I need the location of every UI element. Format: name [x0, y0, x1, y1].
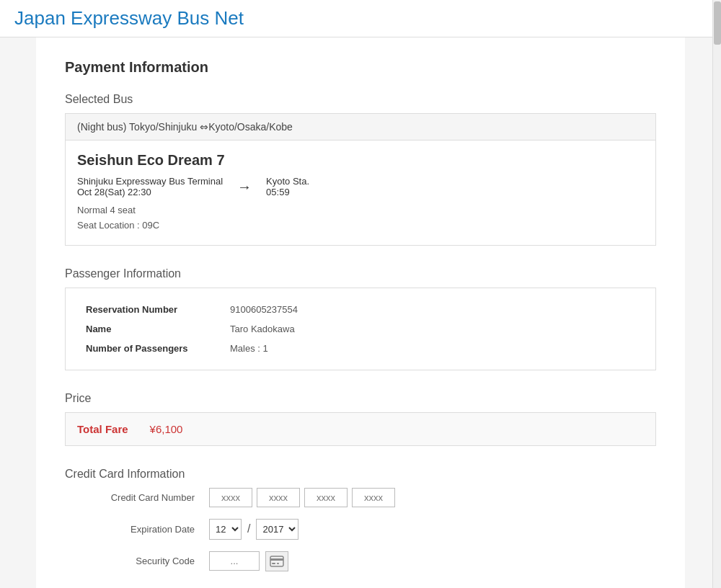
site-header: Japan Expressway Bus Net: [0, 0, 721, 37]
card-number-label: Credit Card Number: [65, 492, 209, 503]
site-title: Japan Expressway Bus Net: [14, 7, 707, 30]
card-number-input-3[interactable]: [304, 488, 348, 507]
route-destination: Kyoto Sta. 05:59: [266, 176, 309, 197]
passenger-info-box: Reservation Number 9100605237554 Name Ta…: [65, 288, 656, 370]
dest-name: Kyoto Sta.: [266, 176, 309, 187]
card-number-input-2[interactable]: [257, 488, 300, 507]
selected-bus-section: Selected Bus (Night bus) Tokyo/Shinjuku …: [65, 93, 656, 246]
expiry-label: Expiration Date: [65, 524, 209, 535]
reservation-number-value: 9100605237554: [221, 300, 644, 319]
route-origin: Shinjuku Expressway Bus Terminal Oct 28(…: [77, 176, 223, 197]
passengers-label: Number of Passengers: [77, 339, 221, 358]
expiry-month-select[interactable]: 010203040506070809101112: [209, 519, 242, 540]
card-number-input-1[interactable]: [209, 488, 252, 507]
name-label: Name: [77, 319, 221, 339]
security-code-input[interactable]: [209, 551, 260, 571]
reservation-number-label: Reservation Number: [77, 300, 221, 319]
card-number-input-4[interactable]: [352, 488, 395, 507]
bus-seat-info: Normal 4 seat Seat Location : 09C: [77, 203, 644, 233]
credit-card-section: Credit Card Information Credit Card Numb…: [65, 468, 656, 571]
page-title: Payment Information: [65, 59, 656, 76]
passenger-section: Passenger Information Reservation Number…: [65, 267, 656, 370]
svg-rect-2: [272, 563, 275, 564]
scrollbar[interactable]: [712, 0, 721, 588]
expiry-inputs: 010203040506070809101112 / 2017201820192…: [209, 519, 298, 540]
seat-location: Seat Location : 09C: [77, 218, 644, 233]
seat-type: Normal 4 seat: [77, 203, 644, 218]
selected-bus-box: (Night bus) Tokyo/Shinjuku ⇔Kyoto/Osaka/…: [65, 113, 656, 246]
scrollbar-thumb[interactable]: [714, 1, 721, 45]
price-box: Total Fare ¥6,100: [65, 412, 656, 446]
cc-section-title: Credit Card Information: [65, 468, 656, 481]
price-section-title: Price: [65, 392, 656, 405]
card-number-row: Credit Card Number: [65, 488, 656, 507]
expiry-year-select[interactable]: 201720182019202020212022202320242025: [256, 519, 298, 540]
passenger-info-body: Reservation Number 9100605237554 Name Ta…: [66, 288, 655, 370]
origin-name: Shinjuku Expressway Bus Terminal: [77, 176, 223, 187]
route-row: Shinjuku Expressway Bus Terminal Oct 28(…: [77, 176, 644, 197]
passenger-table: Reservation Number 9100605237554 Name Ta…: [77, 300, 644, 358]
svg-rect-3: [277, 563, 279, 564]
origin-date: Oct 28(Sat) 22:30: [77, 187, 223, 197]
security-inputs: [209, 551, 288, 571]
selected-bus-title: Selected Bus: [65, 93, 656, 106]
bus-name: Seishun Eco Dream 7: [77, 152, 644, 169]
expiry-row: Expiration Date 010203040506070809101112…: [65, 519, 656, 540]
main-content: Payment Information Selected Bus (Night …: [36, 37, 685, 588]
svg-rect-1: [270, 558, 283, 561]
security-code-label: Security Code: [65, 556, 209, 566]
bus-details-body: Seishun Eco Dream 7 Shinjuku Expressway …: [66, 141, 655, 245]
card-number-inputs: [209, 488, 395, 507]
expiry-slash: /: [247, 522, 250, 535]
table-row: Name Taro Kadokawa: [77, 319, 644, 339]
dest-time: 05:59: [266, 187, 309, 197]
route-arrow-icon: →: [237, 179, 252, 195]
passengers-value: Males : 1: [221, 339, 644, 358]
svg-rect-0: [270, 556, 283, 566]
fare-value: ¥6,100: [150, 423, 183, 435]
price-section: Price Total Fare ¥6,100: [65, 392, 656, 446]
route-label: (Night bus) Tokyo/Shinjuku ⇔Kyoto/Osaka/…: [66, 114, 655, 141]
security-code-row: Security Code: [65, 551, 656, 571]
table-row: Number of Passengers Males : 1: [77, 339, 644, 358]
security-info-icon[interactable]: [265, 551, 288, 571]
fare-label: Total Fare: [77, 423, 128, 435]
table-row: Reservation Number 9100605237554: [77, 300, 644, 319]
passenger-section-title: Passenger Information: [65, 267, 656, 280]
name-value: Taro Kadokawa: [221, 319, 644, 339]
